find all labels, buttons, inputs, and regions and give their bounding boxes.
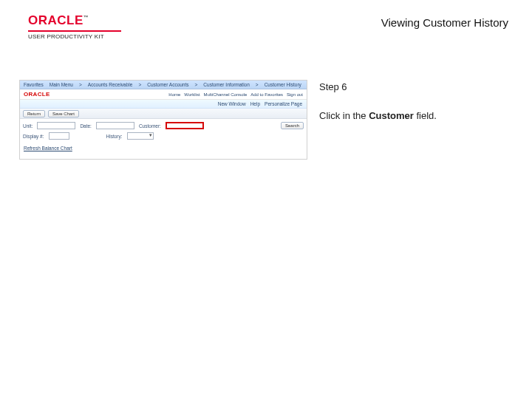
instruction-column: Step 6 Click in the Customer field. [319, 81, 505, 121]
breadcrumb-item: Main Menu [50, 82, 73, 87]
return-button[interactable]: Return [23, 110, 45, 117]
date-input[interactable] [96, 122, 134, 129]
page-tools-bar: New Window Help Personalize Page [20, 100, 307, 109]
date-label: Date: [80, 123, 92, 129]
instruction-target: Customer [369, 110, 414, 121]
instruction-text: Click in the Customer field. [319, 110, 505, 121]
nav-favorites[interactable]: Add to Favorites [250, 92, 283, 97]
return-label: Return [27, 112, 41, 116]
brand-text: ORACLE [28, 13, 83, 27]
display-input[interactable] [49, 132, 69, 140]
page-title: Viewing Customer History [381, 16, 508, 29]
brand-rule [28, 30, 121, 32]
brand-nav-bar: ORACLE Home Worklist MultiChannel Consol… [20, 89, 307, 100]
search-button[interactable]: Search [281, 122, 304, 129]
link-help[interactable]: Help [250, 101, 260, 106]
oracle-logo: ORACLE™ [28, 13, 121, 28]
instruction-suffix: field. [414, 110, 437, 121]
brand-block: ORACLE™ USER PRODUCTIVITY KIT [28, 13, 121, 40]
breadcrumb-item: Favorites [24, 82, 44, 87]
customer-label: Customer: [139, 123, 161, 129]
nav-worklist[interactable]: Worklist [184, 92, 200, 97]
refresh-chart-link[interactable]: Refresh Balance Chart [20, 141, 307, 151]
instruction-prefix: Click in the [319, 110, 369, 121]
display-label: Display #: [23, 134, 44, 139]
link-personalize[interactable]: Personalize Page [265, 101, 302, 106]
save-chart-label: Save Chart [52, 112, 75, 116]
breadcrumb-bar: Favorites Main Menu > Accounts Receivabl… [20, 81, 307, 89]
unit-input[interactable] [37, 122, 75, 129]
filter-form: Unit: Date: Customer: Search Display #: … [20, 119, 307, 141]
save-chart-button[interactable]: Save Chart [48, 110, 79, 117]
search-label: Search [285, 123, 299, 128]
nav-multichannel[interactable]: MultiChannel Console [204, 92, 248, 97]
breadcrumb-item: Accounts Receivable [88, 82, 133, 87]
history-select[interactable] [127, 132, 154, 140]
brand-subline: USER PRODUCTIVITY KIT [28, 33, 121, 40]
step-label: Step 6 [319, 81, 505, 92]
nav-signout[interactable]: Sign out [287, 92, 303, 97]
screenshot-panel: Favorites Main Menu > Accounts Receivabl… [19, 80, 307, 160]
breadcrumb-item: Customer History [265, 82, 301, 87]
mini-oracle-logo: ORACLE [24, 91, 50, 98]
customer-input[interactable] [166, 122, 204, 129]
history-label: History: [106, 134, 123, 139]
breadcrumb-item: Customer Accounts [147, 82, 188, 87]
unit-label: Unit: [23, 123, 33, 129]
breadcrumb-item: Customer Information [203, 82, 250, 87]
link-new-window[interactable]: New Window [218, 101, 246, 106]
action-bar: Return Save Chart [20, 109, 307, 119]
nav-home[interactable]: Home [168, 92, 180, 97]
